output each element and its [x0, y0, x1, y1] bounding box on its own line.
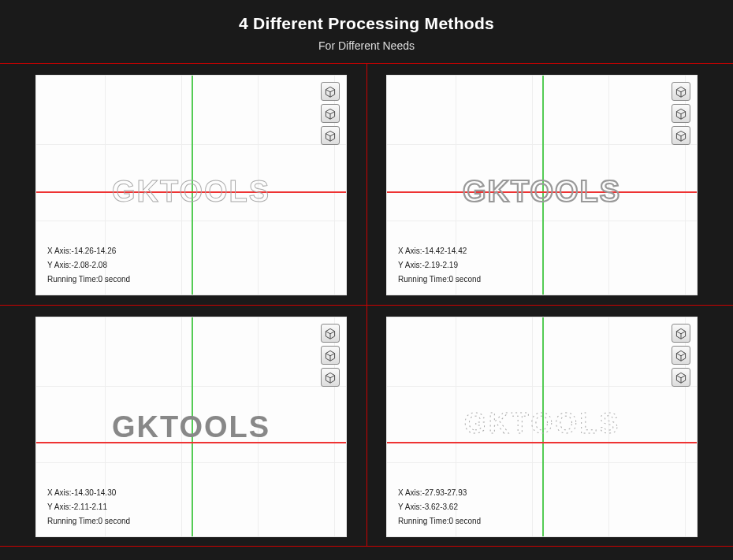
x-axis-label: X Axis:-14.26-14.26 [47, 244, 130, 258]
view-btn-3[interactable] [321, 368, 340, 387]
runtime-label: Running Time:0 second [398, 273, 481, 287]
logo-bold-outline: GKTOOLS [463, 175, 621, 209]
view-btn-3[interactable] [672, 126, 690, 145]
cube-icon [324, 107, 337, 120]
panel-br: GKTOOLS X Axis:-27.93-27.93 Y Axis:-3.62… [386, 317, 698, 537]
view-btn-1[interactable] [321, 324, 340, 343]
y-axis-label: Y Axis:-2.19-2.19 [398, 258, 481, 273]
cube-icon [324, 349, 337, 362]
cube-icon [675, 129, 687, 142]
y-axis-label: Y Axis:-3.62-3.62 [398, 500, 481, 514]
logo-outline: GKTOOLS [112, 175, 270, 209]
view-btn-2[interactable] [321, 104, 340, 123]
cube-icon [324, 371, 337, 384]
view-icons [672, 82, 690, 145]
info-block: X Axis:-27.93-27.93 Y Axis:-3.62-3.62 Ru… [398, 486, 481, 528]
view-btn-1[interactable] [672, 82, 690, 101]
cube-icon [675, 85, 687, 98]
x-axis-label: X Axis:-27.93-27.93 [398, 486, 481, 500]
header: 4 Different Processing Methods For Diffe… [0, 0, 733, 63]
view-btn-3[interactable] [321, 126, 340, 145]
runtime-label: Running Time:0 second [398, 514, 481, 528]
view-btn-2[interactable] [672, 346, 690, 365]
view-icons [321, 82, 340, 145]
view-btn-2[interactable] [321, 346, 340, 365]
cube-icon [324, 129, 337, 142]
y-axis-label: Y Axis:-2.11-2.11 [47, 500, 130, 514]
view-btn-1[interactable] [321, 82, 340, 101]
x-axis-label: X Axis:-14.42-14.42 [398, 244, 481, 258]
cube-icon [675, 371, 687, 384]
panel-bl: GKTOOLS X Axis:-14.30-14.30 Y Axis:-2.11… [35, 317, 347, 537]
view-icons [321, 324, 340, 387]
view-btn-3[interactable] [672, 368, 690, 387]
y-axis-label: Y Axis:-2.08-2.08 [47, 258, 130, 273]
x-axis-label: X Axis:-14.30-14.30 [47, 486, 130, 500]
logo-dots: GKTOOLS [416, 411, 668, 443]
cube-icon [324, 85, 337, 98]
cube-icon [324, 327, 337, 339]
page-subtitle: For Different Needs [0, 39, 733, 52]
divider-mid-v [366, 63, 367, 547]
logo-fill: GKTOOLS [112, 410, 270, 444]
cube-icon [675, 327, 687, 339]
cube-icon [675, 349, 687, 362]
info-block: X Axis:-14.30-14.30 Y Axis:-2.11-2.11 Ru… [47, 486, 130, 528]
view-btn-1[interactable] [672, 324, 690, 343]
view-btn-2[interactable] [672, 104, 690, 123]
logo-dots-text: GKTOOLS [463, 411, 620, 439]
page-title: 4 Different Processing Methods [0, 14, 733, 33]
view-icons [672, 324, 690, 387]
panel-grid: GKTOOLS X Axis:-14.26-14.26 Y Axis:-2.08… [0, 63, 733, 547]
runtime-label: Running Time:0 second [47, 514, 130, 528]
info-block: X Axis:-14.42-14.42 Y Axis:-2.19-2.19 Ru… [398, 244, 481, 287]
panel-tl: GKTOOLS X Axis:-14.26-14.26 Y Axis:-2.08… [35, 75, 347, 295]
info-block: X Axis:-14.26-14.26 Y Axis:-2.08-2.08 Ru… [47, 244, 130, 287]
runtime-label: Running Time:0 second [47, 273, 130, 287]
panel-tr: GKTOOLS X Axis:-14.42-14.42 Y Axis:-2.19… [386, 75, 698, 295]
cube-icon [675, 107, 687, 120]
